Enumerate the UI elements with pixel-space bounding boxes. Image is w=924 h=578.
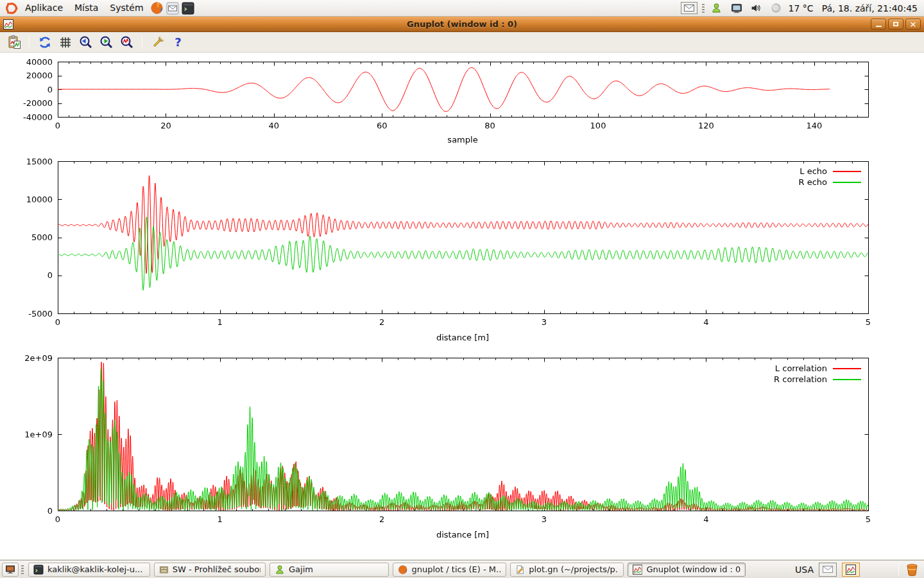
window-title: Gnuplot (window id : 0) xyxy=(0,19,924,29)
axis-label-distance-correlation: distance [m] xyxy=(436,530,489,539)
applet-handle[interactable] xyxy=(702,4,705,13)
gnuplot-plot-area: sample distance [m] distance [m] L echo … xyxy=(0,53,924,559)
legend-line-sample xyxy=(833,171,861,172)
gnuplot-window: Gnuplot (window id : 0) × xyxy=(0,17,924,559)
help-icon[interactable]: ? xyxy=(169,33,187,51)
legend-line-sample xyxy=(833,368,861,369)
legend-correlation: L correlation R correlation xyxy=(708,363,861,385)
legend-label-r-echo: R echo xyxy=(708,177,827,187)
gnome-top-panel: Aplikace Místa Systém xyxy=(0,0,924,17)
gnuplot-icon xyxy=(633,565,642,575)
legend-label-l-echo: L echo xyxy=(708,166,827,176)
taskbar-window-gnuplot[interactable]: Gnuplot (window id : 0) xyxy=(628,563,746,577)
terminal-icon xyxy=(33,565,44,575)
mail-launcher-icon[interactable] xyxy=(165,1,180,16)
gajim-status-icon[interactable] xyxy=(709,1,724,16)
gnuplot-tray-icon[interactable] xyxy=(842,563,860,577)
legend-echo: L echo R echo xyxy=(708,166,861,188)
titlebar[interactable]: Gnuplot (window id : 0) × xyxy=(0,17,924,32)
taskbar-window-label: Gnuplot (window id : 0) xyxy=(646,565,740,574)
ubuntu-menu-icon[interactable] xyxy=(4,1,19,16)
copy-to-clipboard-icon[interactable] xyxy=(5,33,22,51)
taskbar-window-label: plot.gn (~/projects/p... xyxy=(529,565,619,574)
menu-applications[interactable]: Aplikace xyxy=(19,0,69,16)
temperature[interactable]: 17 °C xyxy=(789,3,814,13)
toolbar-separator xyxy=(29,36,30,49)
menu-system[interactable]: Systém xyxy=(104,0,149,16)
volume-icon[interactable] xyxy=(749,1,764,16)
legend-label-l-correlation: L correlation xyxy=(708,363,827,373)
clock[interactable]: Pá, 18. září, 21:40:45 xyxy=(822,3,918,13)
grid-icon[interactable] xyxy=(56,33,74,51)
minimize-icon[interactable] xyxy=(871,19,886,30)
legend-line-sample xyxy=(833,182,861,183)
firefox-launcher-icon[interactable] xyxy=(150,1,165,16)
firefox-icon xyxy=(398,565,408,575)
taskbar-window-terminal[interactable]: kaklik@kaklik-kolej-u... xyxy=(28,563,150,577)
mail-tray-icon[interactable] xyxy=(819,563,837,577)
legend-item: R echo xyxy=(708,177,861,188)
replot-icon[interactable] xyxy=(36,33,53,51)
taskbar-window-file-manager[interactable]: SW - Prohlížeč souborů xyxy=(154,563,266,577)
text-editor-icon xyxy=(515,565,525,575)
mail-notification-icon[interactable] xyxy=(681,2,697,14)
zoom-previous-icon[interactable] xyxy=(77,33,94,51)
axis-label-sample: sample xyxy=(447,135,477,144)
legend-item: L correlation xyxy=(708,363,861,374)
taskbar-window-editor[interactable]: plot.gn (~/projects/p... xyxy=(510,563,624,577)
file-manager-icon xyxy=(159,565,169,575)
terminal-launcher-icon[interactable] xyxy=(180,1,196,16)
taskbar-window-firefox[interactable]: gnuplot / tics (E) - M... xyxy=(393,563,506,577)
legend-line-sample xyxy=(833,379,861,380)
configure-icon[interactable] xyxy=(149,33,166,51)
close-icon[interactable]: × xyxy=(905,19,921,30)
autoscale-icon[interactable] xyxy=(118,33,135,51)
gnuplot-plot-canvas[interactable] xyxy=(0,53,924,559)
taskbar-separator xyxy=(898,563,899,576)
taskbar-window-label: Gajim xyxy=(289,565,313,574)
gnuplot-toolbar: ? xyxy=(0,32,924,53)
legend-label-r-correlation: R correlation xyxy=(708,374,827,384)
legend-item: R correlation xyxy=(708,374,861,385)
toolbar-separator xyxy=(142,36,142,49)
taskbar-window-label: SW - Prohlížeč souborů xyxy=(173,565,261,574)
trash-icon[interactable] xyxy=(904,562,920,577)
axis-label-distance-echo: distance [m] xyxy=(436,333,489,342)
gajim-icon xyxy=(275,565,285,575)
taskbar-window-label: kaklik@kaklik-kolej-u... xyxy=(47,565,142,574)
keyboard-layout-indicator[interactable]: USA xyxy=(795,565,814,575)
legend-item: L echo xyxy=(708,166,861,177)
menu-places[interactable]: Místa xyxy=(69,0,104,16)
gnome-taskbar: kaklik@kaklik-kolej-u... SW - Prohlížeč … xyxy=(0,560,924,578)
taskbar-window-gajim[interactable]: Gajim xyxy=(270,563,389,577)
zoom-next-icon[interactable] xyxy=(98,33,115,51)
applet-handle[interactable] xyxy=(21,565,24,574)
maximize-icon[interactable] xyxy=(888,19,903,30)
taskbar-window-label: gnuplot / tics (E) - M... xyxy=(412,565,502,574)
show-desktop-icon[interactable] xyxy=(2,563,19,577)
weather-icon[interactable] xyxy=(769,1,784,16)
display-icon[interactable] xyxy=(729,1,744,16)
